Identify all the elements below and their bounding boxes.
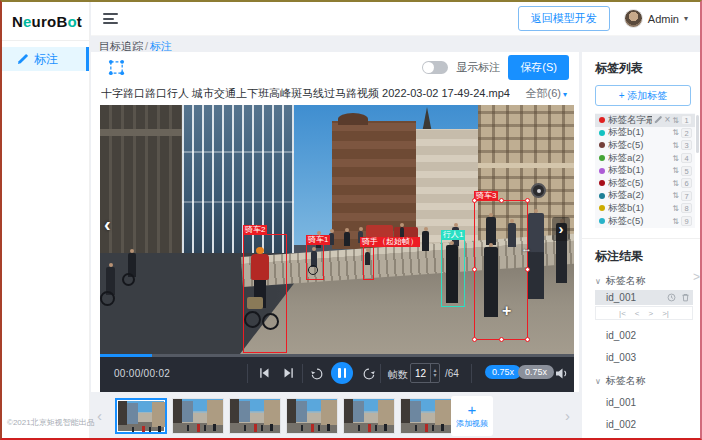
sidebar-item-annotate[interactable]: 标注 xyxy=(2,47,89,71)
volume-icon[interactable] xyxy=(556,368,569,379)
label-list-item[interactable]: 标签c(5)⇅9 xyxy=(595,215,695,228)
page-last-icon[interactable]: >| xyxy=(662,309,669,318)
filter-dropdown[interactable]: 全部(6)▾ xyxy=(526,86,567,101)
frame-pagination: |< < > >| xyxy=(595,306,693,320)
video-player[interactable]: 骑车2 骑车1 骑手（起始帧） 行人1 骑车3 xyxy=(100,105,574,354)
show-annotation-toggle[interactable] xyxy=(422,61,448,74)
right-panel: 标签列表 + 添加标签 标签名字最长数... × ⇅ 1 标签b(1)⇅2 标签… xyxy=(582,52,701,438)
filmstrip-thumbnail[interactable] xyxy=(343,398,395,434)
user-menu[interactable]: Admin ▾ xyxy=(624,9,688,28)
label-list-item[interactable]: 标签a(2)⇅4 xyxy=(595,152,695,165)
photo-building xyxy=(338,113,368,125)
frame-input[interactable] xyxy=(411,364,430,382)
breadcrumb-current: 标注 xyxy=(150,40,172,52)
label-list-item[interactable]: 标签b(1)⇅8 xyxy=(595,202,695,215)
strip-next-icon[interactable]: › xyxy=(565,407,570,424)
add-video-button[interactable]: + 添加视频 xyxy=(451,396,493,436)
bike-wheel xyxy=(100,291,115,306)
bounding-box-selected[interactable]: 骑车3 xyxy=(474,200,528,340)
label-list-item[interactable]: 标签a(2)⇅7 xyxy=(595,190,695,203)
sort-icon[interactable]: ⇅ xyxy=(672,166,679,175)
result-item[interactable]: id_002 xyxy=(595,417,693,432)
result-group-header[interactable]: ∨标签名称 xyxy=(595,274,693,288)
breadcrumb-parent[interactable]: 目标追踪 xyxy=(99,40,143,52)
add-label-button[interactable]: + 添加标签 xyxy=(595,85,691,106)
delete-icon[interactable]: × xyxy=(664,116,670,124)
label-list-item[interactable]: 标签b(1)⇅2 xyxy=(595,127,695,140)
bounding-box[interactable]: 骑手（起始帧） xyxy=(363,246,374,280)
bounding-box[interactable]: 行人1 xyxy=(441,239,465,307)
scrollbar[interactable] xyxy=(696,115,699,153)
resize-handle[interactable] xyxy=(525,198,530,203)
resize-handle[interactable] xyxy=(472,198,477,203)
box-label: 行人1 xyxy=(441,230,465,240)
frame-stepper[interactable]: ▴▾ xyxy=(430,364,439,382)
edit-icon[interactable] xyxy=(654,116,662,124)
speed-pill-active[interactable]: 0.75x xyxy=(485,365,521,379)
bounding-box[interactable]: 骑车2 xyxy=(243,234,287,353)
resize-handle[interactable] xyxy=(472,337,477,342)
result-item[interactable]: id_002 xyxy=(595,328,693,343)
username: Admin xyxy=(648,13,679,25)
sort-icon[interactable]: ⇅ xyxy=(672,217,679,226)
collapse-menu-icon[interactable] xyxy=(103,13,118,24)
back-to-model-button[interactable]: 返回模型开发 xyxy=(518,6,610,31)
filmstrip-thumbnail[interactable] xyxy=(286,398,338,434)
speed-pill-secondary[interactable]: 0.75x xyxy=(518,365,554,379)
page-prev-icon[interactable]: < xyxy=(635,309,640,318)
pause-button[interactable] xyxy=(331,362,353,384)
filmstrip-thumbnail[interactable] xyxy=(400,398,452,434)
frame-input-wrap: ▴▾ xyxy=(410,363,440,383)
result-item[interactable]: id_003 xyxy=(595,350,693,365)
seek-bar[interactable] xyxy=(100,354,574,357)
sort-icon[interactable]: ⇅ xyxy=(672,179,679,188)
label-list-item[interactable]: 标签c(5)⇅3 xyxy=(595,139,695,152)
resize-handle[interactable] xyxy=(472,267,477,272)
label-list-item[interactable]: 标签名字最长数... × ⇅ 1 xyxy=(595,114,695,127)
result-item[interactable]: id_001 xyxy=(595,395,693,410)
resize-handle[interactable] xyxy=(499,337,504,342)
history-icon[interactable] xyxy=(667,293,676,302)
label-list-item[interactable]: 标签b(1)⇅5 xyxy=(595,164,695,177)
result-panel-title: 标注结果 xyxy=(595,248,693,265)
resize-handle[interactable] xyxy=(525,267,530,272)
rewind-icon[interactable] xyxy=(310,367,324,381)
next-frame-icon[interactable] xyxy=(283,367,295,379)
label-shortcut-number: 7 xyxy=(681,191,692,201)
bbox-tool-icon[interactable] xyxy=(108,59,125,76)
box-label: 骑车2 xyxy=(243,225,267,235)
page-first-icon[interactable]: |< xyxy=(619,309,626,318)
prev-video-arrow[interactable]: ‹ xyxy=(104,213,111,236)
panel-chevron-icon[interactable]: > xyxy=(693,270,700,284)
next-video-arrow[interactable]: › xyxy=(552,217,570,241)
forward-icon[interactable] xyxy=(362,367,376,381)
frame-total: /64 xyxy=(445,368,459,379)
sort-icon[interactable]: ⇅ xyxy=(672,191,679,200)
bounding-box[interactable]: 骑车1 xyxy=(306,244,324,280)
page-next-icon[interactable]: > xyxy=(649,309,654,318)
filmstrip-thumbnail[interactable] xyxy=(115,398,167,434)
save-button[interactable]: 保存(S) xyxy=(508,55,569,80)
strip-prev-icon[interactable]: ‹ xyxy=(97,407,102,424)
result-group-header[interactable]: ∨标签名称 xyxy=(595,374,693,388)
sort-icon[interactable]: ⇅ xyxy=(672,141,679,150)
resize-handle[interactable] xyxy=(499,198,504,203)
sort-icon[interactable]: ⇅ xyxy=(672,116,679,125)
box-label: 骑车3 xyxy=(474,191,498,201)
label-color-dot xyxy=(599,218,605,224)
result-item-selected[interactable]: id_001 xyxy=(595,290,693,305)
pedestrian-figure xyxy=(344,232,350,246)
label-list-title: 标签列表 xyxy=(595,60,693,77)
app-logo: NeuroBot xyxy=(2,2,89,41)
sort-icon[interactable]: ⇅ xyxy=(672,204,679,213)
photo-building xyxy=(478,163,574,168)
resize-handle[interactable] xyxy=(525,337,530,342)
prev-frame-icon[interactable] xyxy=(258,367,270,379)
filmstrip-thumbnail[interactable] xyxy=(229,398,281,434)
step-down-icon[interactable]: ▾ xyxy=(433,373,436,378)
filmstrip-thumbnail[interactable] xyxy=(172,398,224,434)
sort-icon[interactable]: ⇅ xyxy=(672,154,679,163)
trash-icon[interactable] xyxy=(681,293,690,302)
label-list-item[interactable]: 标签c(5)⇅6 xyxy=(595,177,695,190)
sort-icon[interactable]: ⇅ xyxy=(672,128,679,137)
